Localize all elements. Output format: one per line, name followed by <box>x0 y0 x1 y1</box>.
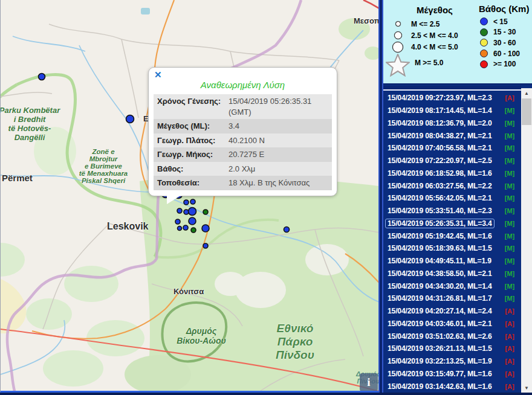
event-datetime[interactable]: 15/04/2019 04:34:30.20, ML=1.4 <box>385 281 495 291</box>
chevron-down-icon: ▼ <box>524 385 529 391</box>
earthquake-marker[interactable] <box>39 74 45 80</box>
event-row[interactable]: 15/04/2019 05:56:42.05, ML=2.1[M] <box>383 192 521 205</box>
event-row[interactable]: 15/04/2019 03:22:13.25, ML=1.9[A] <box>383 355 521 368</box>
earthquake-marker[interactable] <box>175 219 180 224</box>
event-row[interactable]: 15/04/2019 05:18:39.63, ML=1.5[M] <box>383 242 521 255</box>
event-row[interactable]: 15/04/2019 08:12:36.79, ML=2.0[M] <box>383 117 521 130</box>
event-row[interactable]: 15/04/2019 04:03:46.01, ML=2.1[A] <box>383 318 521 330</box>
earthquake-marker[interactable] <box>203 243 208 248</box>
earthquake-marker[interactable] <box>178 226 182 231</box>
event-status-badge: [M] <box>503 144 516 152</box>
event-datetime[interactable]: 15/04/2019 03:15:49.77, ML=1.6 <box>385 369 495 379</box>
popup-row-label: Γεωγρ. Μήκος: <box>154 147 225 162</box>
event-status-badge: [M] <box>503 270 516 277</box>
legend-magnitude-label: M <= 2.5 <box>411 20 440 28</box>
event-datetime[interactable]: 15/04/2019 08:04:38.27, ML=2.1 <box>385 131 495 141</box>
event-datetime[interactable]: 15/04/2019 07:40:56.58, ML=2.1 <box>385 143 495 153</box>
event-datetime[interactable]: 15/04/2019 03:14:42.63, ML=1.6 <box>385 382 495 391</box>
event-datetime[interactable]: 15/04/2019 05:26:35.31, ML=3.4 <box>385 219 495 228</box>
event-row[interactable]: 15/04/2019 03:15:49.77, ML=1.6[A] <box>383 368 521 381</box>
popup-row-label: Βάθος: <box>154 162 225 176</box>
legend-depth-items: < 1515 - 3030 - 6060 - 100>= 100 <box>480 16 520 69</box>
event-row[interactable]: 15/04/2019 09:27:23.97, ML=2.3[A] <box>383 92 521 104</box>
event-datetime[interactable]: 15/04/2019 04:31:26.81, ML=1.7 <box>385 294 495 303</box>
event-datetime[interactable]: 15/04/2019 08:12:36.79, ML=2.0 <box>385 118 495 128</box>
event-status-badge: [M] <box>503 233 516 240</box>
popup-row: Γεωγρ. Μήκος:20.7275 E <box>154 147 332 162</box>
event-datetime[interactable]: 15/04/2019 04:20:27.14, ML=2.4 <box>385 306 495 316</box>
event-datetime[interactable]: 15/04/2019 05:19:42.45, ML=1.6 <box>385 231 495 241</box>
event-row[interactable]: 15/04/2019 04:34:30.20, ML=1.4[M] <box>383 280 521 292</box>
event-row[interactable]: 15/04/2019 07:22:20.97, ML=2.5[M] <box>383 155 521 167</box>
event-datetime[interactable]: 15/04/2019 09:27:23.97, ML=2.3 <box>385 93 495 103</box>
event-row[interactable]: 15/04/2019 05:33:51.40, ML=2.3[M] <box>383 205 521 217</box>
event-datetime[interactable]: 15/04/2019 05:56:42.05, ML=2.1 <box>385 193 495 203</box>
event-status-badge: [A] <box>503 345 516 352</box>
event-row[interactable]: 15/04/2019 04:20:27.14, ML=2.4[A] <box>383 305 521 318</box>
close-icon[interactable]: ✕ <box>154 70 162 79</box>
depth-circle-icon <box>480 28 488 36</box>
legend-depth-item: 60 - 100 <box>480 48 520 59</box>
popup-row-label: Μέγεθος (ML): <box>154 119 225 133</box>
popup-table: Χρόνος Γένεσης:15/04/2019 05:26:35.31 (G… <box>154 94 332 190</box>
event-list[interactable]: 15/04/2019 09:27:23.97, ML=2.3[A]15/04/2… <box>383 92 521 393</box>
event-row[interactable]: 15/04/2019 03:26:21.13, ML=1.5[A] <box>383 342 521 355</box>
event-row[interactable]: 15/04/2019 08:17:14.45, ML=1.4[M] <box>383 104 521 117</box>
event-row[interactable]: 15/04/2019 04:38:58.50, ML=2.1[M] <box>383 268 521 280</box>
event-status-badge: [A] <box>503 370 516 377</box>
earthquake-marker[interactable] <box>183 225 188 230</box>
popup-row-label: Χρόνος Γένεσης: <box>154 94 225 119</box>
event-datetime[interactable]: 15/04/2019 04:38:58.50, ML=2.1 <box>385 269 495 278</box>
earthquake-marker[interactable] <box>191 228 196 233</box>
earthquake-marker[interactable] <box>126 115 134 123</box>
earthquake-marker[interactable] <box>189 208 196 216</box>
event-row[interactable]: 15/04/2019 06:18:52.98, ML=1.6[M] <box>383 167 521 180</box>
legend-depth-item: >= 100 <box>480 59 520 69</box>
event-datetime[interactable]: 15/04/2019 03:26:21.13, ML=1.5 <box>385 344 495 353</box>
event-datetime[interactable]: 15/04/2019 05:18:39.63, ML=1.5 <box>385 243 495 253</box>
earthquake-marker[interactable] <box>203 210 208 214</box>
earthquake-marker[interactable] <box>177 208 182 213</box>
event-datetime[interactable]: 15/04/2019 07:22:20.97, ML=2.5 <box>385 156 495 165</box>
panel-divider <box>378 0 383 393</box>
event-datetime[interactable]: 15/04/2019 03:22:13.25, ML=1.9 <box>385 356 495 366</box>
legend-depth-title: Βάθος (Km) <box>479 4 529 14</box>
event-popup: ✕ Αναθεωρημένη Λύση Χρόνος Γένεσης:15/04… <box>148 67 337 196</box>
event-row[interactable]: 15/04/2019 05:19:42.45, ML=1.6[M] <box>383 230 521 242</box>
popup-row-value: 15/04/2019 05:26:35.31 (GMT) <box>225 94 332 119</box>
event-datetime[interactable]: 15/04/2019 05:33:51.40, ML=2.3 <box>385 206 495 216</box>
earthquake-marker[interactable] <box>202 225 209 232</box>
earthquake-marker[interactable] <box>190 199 195 204</box>
popup-title: Αναθεωρημένη Λύση <box>154 80 332 90</box>
event-datetime[interactable]: 15/04/2019 08:17:14.45, ML=1.4 <box>385 106 495 115</box>
event-row[interactable]: 15/04/2019 04:49:45.11, ML=1.9[M] <box>383 255 521 268</box>
event-datetime[interactable]: 15/04/2019 03:51:02.63, ML=2.6 <box>385 332 495 341</box>
event-row[interactable]: 15/04/2019 06:03:27.56, ML=2.2[M] <box>383 179 521 192</box>
event-row[interactable]: 15/04/2019 03:14:42.63, ML=1.6[A] <box>383 380 521 393</box>
event-datetime[interactable]: 15/04/2019 06:03:27.56, ML=2.2 <box>385 181 495 191</box>
scrollbar-thumb[interactable] <box>522 98 531 125</box>
earthquake-marker[interactable] <box>189 217 196 225</box>
info-icon: i <box>367 376 370 389</box>
scroll-down-button[interactable]: ▼ <box>521 383 532 393</box>
scroll-up-button[interactable]: ▲ <box>521 88 532 98</box>
map-panel[interactable]: ΜεσοποτEPërmetLeskovikΚόνιτσαParku Kombë… <box>0 0 378 393</box>
event-row[interactable]: 15/04/2019 03:51:02.63, ML=2.6[A] <box>383 330 521 342</box>
event-status-badge: [M] <box>503 257 516 265</box>
event-list-scrollbar[interactable]: ▲ ▼ <box>521 88 532 393</box>
popup-row-value: 3.4 <box>225 119 332 133</box>
event-datetime[interactable]: 15/04/2019 04:03:46.01, ML=2.1 <box>385 319 495 329</box>
event-status-badge: [M] <box>503 157 516 164</box>
map-info-button[interactable]: i <box>360 373 378 391</box>
earthquake-marker[interactable] <box>284 227 290 233</box>
event-datetime[interactable]: 15/04/2019 06:18:52.98, ML=1.6 <box>385 169 495 178</box>
event-row[interactable]: 15/04/2019 07:40:56.58, ML=2.1[M] <box>383 142 521 155</box>
legend-magnitude-label: 4.0 < M <= 5.0 <box>411 43 458 51</box>
earthquake-marker[interactable] <box>184 200 189 205</box>
event-row[interactable]: 15/04/2019 05:26:35.31, ML=3.4[M] <box>383 217 521 230</box>
legend-depth-label: >= 100 <box>493 60 516 68</box>
event-row[interactable]: 15/04/2019 08:04:38.27, ML=2.1[M] <box>383 129 521 142</box>
event-row[interactable]: 15/04/2019 04:31:26.81, ML=1.7[M] <box>383 292 521 305</box>
popup-row: Χρόνος Γένεσης:15/04/2019 05:26:35.31 (G… <box>154 94 332 119</box>
event-datetime[interactable]: 15/04/2019 04:49:45.11, ML=1.9 <box>385 256 494 266</box>
